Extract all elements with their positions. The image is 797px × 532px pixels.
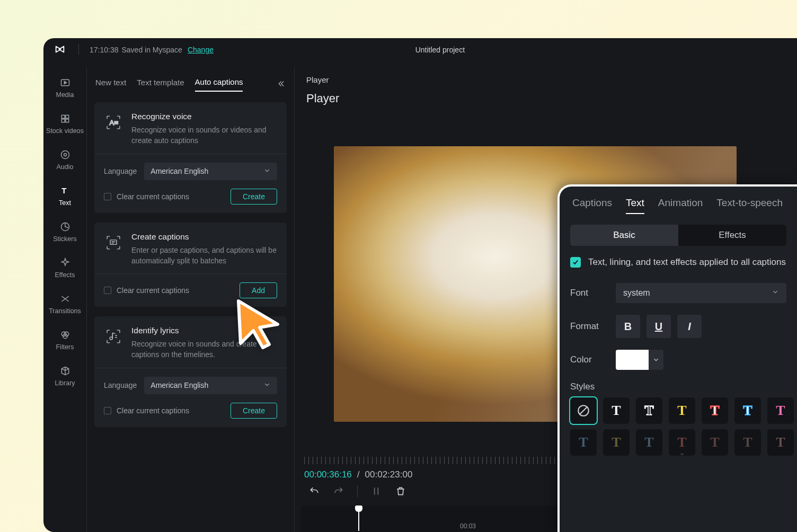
rail-transitions-label: Transitions bbox=[49, 307, 81, 315]
redo-icon[interactable] bbox=[333, 485, 344, 497]
bold-button[interactable]: B bbox=[616, 315, 640, 338]
color-swatch[interactable] bbox=[616, 350, 649, 370]
change-link[interactable]: Change bbox=[188, 46, 214, 54]
svg-point-6 bbox=[64, 154, 66, 156]
underline-button[interactable]: U bbox=[647, 315, 671, 338]
create-captions-icon bbox=[104, 233, 123, 252]
rail-effects-label: Effects bbox=[55, 271, 75, 279]
tab-text-template[interactable]: Text template bbox=[137, 78, 184, 91]
lyrics-create-button[interactable]: Create bbox=[231, 403, 277, 419]
recognize-clear-checkbox[interactable]: Clear current captions bbox=[104, 192, 189, 201]
apply-all-checkbox[interactable] bbox=[570, 257, 581, 268]
style-pink[interactable]: T bbox=[767, 397, 794, 424]
media-icon bbox=[60, 77, 70, 88]
rail-media[interactable]: Media bbox=[43, 77, 86, 99]
create-captions-clear-checkbox[interactable]: Clear current captions bbox=[104, 286, 189, 295]
collapse-panel-icon[interactable] bbox=[276, 79, 286, 90]
stock-icon bbox=[60, 113, 70, 124]
prop-tab-animation[interactable]: Animation bbox=[658, 197, 703, 214]
style-14[interactable]: T bbox=[767, 429, 794, 456]
style-yellow[interactable]: T bbox=[669, 397, 695, 424]
styles-grid-row2: T T T T T T T bbox=[570, 429, 786, 456]
recognize-lang-value: American English bbox=[150, 167, 208, 175]
style-13[interactable]: T bbox=[734, 429, 761, 456]
lyrics-lang-dropdown[interactable]: American English bbox=[144, 377, 277, 394]
recognize-title: Recognize voice bbox=[131, 112, 277, 121]
style-11[interactable]: T bbox=[669, 429, 695, 456]
rail-filters-label: Filters bbox=[56, 343, 74, 351]
delete-icon[interactable] bbox=[395, 485, 406, 497]
rail-media-label: Media bbox=[56, 91, 74, 99]
font-dropdown[interactable]: system bbox=[616, 283, 786, 303]
prop-tab-text[interactable]: Text bbox=[626, 197, 644, 214]
save-timestamp: 17:10:38 bbox=[90, 46, 119, 54]
recognize-lang-label: Language bbox=[104, 167, 137, 175]
svg-rect-13 bbox=[110, 240, 117, 244]
topbar-divider bbox=[78, 45, 79, 55]
rail-stock[interactable]: Stock videos bbox=[43, 113, 86, 135]
app-logo-icon bbox=[54, 43, 66, 57]
color-dropdown-button[interactable] bbox=[649, 350, 663, 370]
recognize-create-button[interactable]: Create bbox=[231, 189, 277, 205]
rail-filters[interactable]: Filters bbox=[43, 330, 86, 351]
style-9[interactable]: T bbox=[603, 429, 630, 456]
style-red-outline[interactable]: T bbox=[702, 397, 728, 424]
italic-button[interactable]: I bbox=[677, 315, 702, 338]
segment-basic[interactable]: Basic bbox=[570, 225, 678, 246]
topbar: 17:10:38 Saved in Myspace Change Untitle… bbox=[43, 38, 797, 61]
tab-auto-captions[interactable]: Auto captions bbox=[195, 77, 243, 92]
rail-effects[interactable]: Effects bbox=[43, 258, 86, 279]
style-12[interactable]: T bbox=[702, 429, 728, 456]
segment-effects[interactable]: Effects bbox=[678, 225, 786, 246]
app-window: 17:10:38 Saved in Myspace Change Untitle… bbox=[43, 38, 797, 532]
svg-rect-1 bbox=[61, 115, 65, 118]
undo-icon[interactable] bbox=[308, 485, 320, 497]
identify-lyrics-icon bbox=[104, 327, 123, 346]
track-timestamp: 00:03 bbox=[460, 522, 476, 530]
lyrics-lang-label: Language bbox=[104, 381, 137, 389]
styles-grid: T T T T T T bbox=[570, 397, 786, 424]
rail-stock-label: Stock videos bbox=[46, 127, 84, 135]
timecode-current: 00:00:36:16 bbox=[304, 469, 352, 480]
split-icon[interactable] bbox=[370, 485, 382, 497]
create-captions-card: Create captions Enter or paste captions,… bbox=[94, 223, 287, 307]
styles-label: Styles bbox=[570, 382, 786, 392]
font-label: Font bbox=[570, 288, 606, 298]
chevron-down-icon bbox=[772, 288, 779, 298]
rail-stickers[interactable]: Stickers bbox=[43, 221, 86, 243]
chevron-down-icon bbox=[263, 381, 271, 390]
rail-audio[interactable]: Audio bbox=[43, 149, 86, 171]
prop-tab-tts[interactable]: Text-to-speech bbox=[716, 197, 783, 214]
recognize-voice-card: A≡ Recognize voice Recognize voice in so… bbox=[94, 102, 287, 213]
rail-text[interactable]: T Text bbox=[43, 185, 86, 207]
prop-tab-captions[interactable]: Captions bbox=[572, 197, 612, 214]
svg-rect-2 bbox=[65, 115, 68, 118]
timecode-separator: / bbox=[357, 469, 360, 480]
lyrics-clear-checkbox[interactable]: Clear current captions bbox=[104, 406, 189, 415]
basic-effects-segment: Basic Effects bbox=[570, 225, 786, 246]
rail-library[interactable]: Library bbox=[43, 366, 86, 387]
style-none[interactable] bbox=[570, 397, 597, 424]
color-label: Color bbox=[570, 354, 606, 365]
recognize-lang-dropdown[interactable]: American English bbox=[144, 163, 277, 180]
svg-rect-3 bbox=[61, 119, 65, 122]
rail-library-label: Library bbox=[55, 379, 75, 387]
playhead[interactable] bbox=[358, 511, 359, 531]
style-blue-outline[interactable]: T bbox=[734, 397, 761, 424]
style-white[interactable]: T bbox=[603, 397, 630, 424]
cursor-pointer-icon bbox=[233, 297, 284, 352]
svg-text:T: T bbox=[61, 186, 66, 195]
font-value: system bbox=[623, 288, 650, 298]
create-captions-desc: Enter or paste captions, and captions wi… bbox=[131, 245, 277, 267]
style-8[interactable]: T bbox=[570, 429, 597, 456]
style-outline[interactable]: T bbox=[636, 397, 662, 424]
recognize-clear-label: Clear current captions bbox=[117, 192, 189, 201]
transitions-icon bbox=[60, 294, 70, 304]
tab-new-text[interactable]: New text bbox=[95, 78, 126, 91]
svg-point-5 bbox=[61, 151, 69, 159]
timecode-total: 00:02:23:00 bbox=[365, 469, 413, 480]
style-10[interactable]: T bbox=[636, 429, 662, 456]
recognize-voice-icon: A≡ bbox=[104, 113, 123, 132]
create-captions-add-button[interactable]: Add bbox=[240, 282, 277, 298]
rail-transitions[interactable]: Transitions bbox=[43, 294, 86, 315]
